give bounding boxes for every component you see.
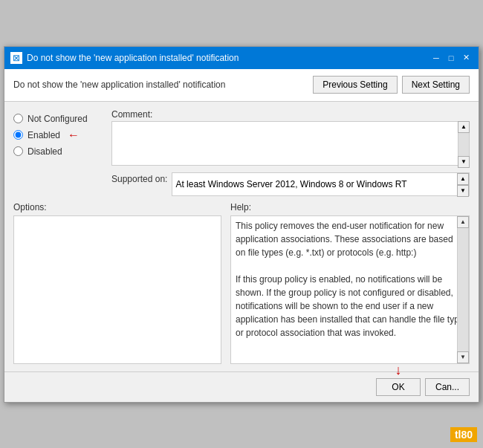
comment-section: Comment: ▲ ▼ [111,109,470,168]
supported-box: At least Windows Server 2012, Windows 8 … [172,172,470,196]
help-scroll-down[interactable]: ▼ [457,351,469,363]
radio-enabled-label[interactable]: Enabled [27,130,60,140]
options-label: Options: [13,202,221,212]
radio-not-configured-label[interactable]: Not Configured [27,114,88,124]
comment-scrollbar: ▲ ▼ [458,121,470,168]
ok-button[interactable]: OK [376,378,421,396]
supported-section: Supported on: At least Windows Server 20… [111,172,470,196]
comment-label: Comment: [111,109,470,120]
supported-label: Supported on: [111,174,167,184]
dialog-icon: ⊠ [10,52,22,64]
supported-scrollbar: ▲ ▼ [457,173,469,195]
radio-not-configured-input[interactable] [13,114,23,123]
dialog-body: Not Configured Enabled ← Disabled Commen… [4,102,479,371]
radio-enabled-row: Enabled ← [13,129,103,142]
title-bar-controls: ─ □ ✕ [429,51,473,65]
help-text: This policy removes the end-user notific… [236,221,464,338]
help-scroll-track [457,228,469,351]
header-text: Do not show the 'new application install… [13,79,313,90]
options-panel: Options: [13,202,221,364]
help-box: This policy removes the end-user notific… [230,215,470,364]
right-panel: Comment: ▲ ▼ Supported on: At least Wind… [111,109,470,196]
supported-scroll-up[interactable]: ▲ [457,173,469,185]
help-label: Help: [230,202,470,212]
cancel-button[interactable]: Can... [425,378,470,396]
radio-disabled-label[interactable]: Disabled [27,146,62,157]
supported-scroll-down[interactable]: ▼ [457,185,469,197]
watermark: tl80 [450,427,477,442]
supported-text: At least Windows Server 2012, Windows 8 … [175,179,418,189]
title-bar-title: Do not show the 'new application install… [27,53,239,63]
help-panel: Help: This policy removes the end-user n… [230,202,470,364]
radio-disabled[interactable]: Disabled [13,145,103,158]
radio-enabled-input[interactable] [13,130,23,140]
top-section: Not Configured Enabled ← Disabled Commen… [13,109,470,196]
comment-scroll-up[interactable]: ▲ [458,121,470,133]
header-buttons: Previous Setting Next Setting [313,76,470,94]
main-dialog: ⊠ Do not show the 'new application insta… [4,46,479,403]
title-bar: ⊠ Do not show the 'new application insta… [4,47,479,69]
ok-arrow: ↓ [395,363,402,378]
close-button[interactable]: ✕ [459,51,473,65]
dialog-header: Do not show the 'new application install… [4,69,479,102]
comment-textarea[interactable] [111,121,470,166]
maximize-button[interactable]: □ [444,51,458,65]
options-box [13,215,221,364]
enabled-arrow: ← [68,129,80,142]
ok-button-container: ↓ OK [376,378,421,396]
help-scrollbar: ▲ ▼ [457,216,469,363]
minimize-button[interactable]: ─ [429,51,443,65]
radio-not-configured[interactable]: Not Configured [13,112,103,126]
dialog-footer: ↓ OK Can... [4,371,479,402]
radio-panel: Not Configured Enabled ← Disabled [13,109,103,196]
bottom-section: Options: Help: This policy removes the e… [13,202,470,364]
previous-setting-button[interactable]: Previous Setting [313,76,397,94]
title-bar-left: ⊠ Do not show the 'new application insta… [10,52,239,64]
comment-scroll-track [458,133,470,156]
radio-disabled-input[interactable] [13,146,23,156]
next-setting-button[interactable]: Next Setting [402,76,470,94]
help-scroll-up[interactable]: ▲ [457,216,469,228]
comment-scroll-down[interactable]: ▼ [458,156,470,168]
